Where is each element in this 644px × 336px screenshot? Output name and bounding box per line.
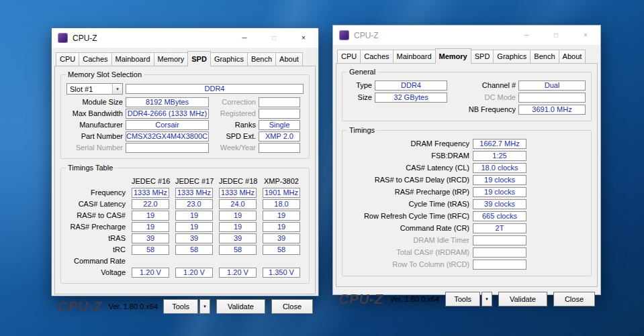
field-label: NB Frequency bbox=[457, 105, 516, 115]
maximize-button: □ bbox=[259, 28, 289, 48]
dram-idle-timer-value bbox=[473, 235, 526, 245]
tab-bench[interactable]: Bench bbox=[247, 52, 276, 66]
field-row: Size 32 GBytes DC Mode bbox=[348, 93, 586, 103]
titlebar[interactable]: CPU-Z ─ □ × bbox=[333, 25, 600, 45]
tools-dropdown-button[interactable]: ▼ bbox=[199, 299, 210, 314]
timings-row: RAS# to CAS# 19 19 19 19 bbox=[66, 211, 304, 221]
tools-split-button: Tools ▼ bbox=[445, 292, 492, 306]
timing-label: CAS# Latency (CL) bbox=[348, 163, 469, 173]
registered-value bbox=[259, 109, 300, 119]
tab-about[interactable]: About bbox=[559, 50, 586, 63]
tab-mainboard[interactable]: Mainboard bbox=[393, 50, 436, 63]
timings-row: Frequency 1333 MHz 1333 MHz 1333 MHz 190… bbox=[66, 188, 304, 198]
timing-row-label: Voltage bbox=[66, 268, 126, 278]
close-window-button[interactable]: × bbox=[289, 28, 318, 48]
timing-label: Row To Column (tRCD) bbox=[348, 260, 469, 270]
cpuz-logo: CPU-Z bbox=[57, 298, 102, 315]
timing-label: Cycle Time (tRAS) bbox=[348, 199, 469, 209]
tab-spd[interactable]: SPD bbox=[471, 50, 494, 63]
trp-value: 19 clocks bbox=[473, 187, 526, 197]
version-text: Ver. 1.80.0.x64 bbox=[109, 302, 158, 311]
timing-row: Command Rate (CR) 2T bbox=[348, 223, 526, 233]
timing-cell: 58 bbox=[132, 245, 169, 255]
field-label: DC Mode bbox=[457, 93, 516, 103]
minimize-button[interactable]: ─ bbox=[512, 25, 541, 45]
validate-button[interactable]: Validate bbox=[498, 292, 547, 306]
type-value: DDR4 bbox=[375, 80, 447, 91]
close-button[interactable]: Close bbox=[553, 292, 595, 306]
timing-label: DRAM Idle Timer bbox=[348, 235, 469, 245]
tab-caches[interactable]: Caches bbox=[360, 50, 393, 63]
timing-row: DRAM Idle Timer bbox=[348, 235, 526, 245]
field-row: Serial Number Week/Year bbox=[66, 143, 304, 153]
week-year-value bbox=[259, 143, 300, 153]
timings-table-group: Timings Table JEDEC #16 JEDEC #17 JEDEC … bbox=[60, 168, 310, 284]
window-controls: ─ □ × bbox=[230, 28, 318, 48]
tab-cpu[interactable]: CPU bbox=[337, 50, 361, 63]
tab-memory[interactable]: Memory bbox=[154, 52, 189, 66]
fsb-dram-value: 1:25 bbox=[473, 151, 526, 161]
memory-tab-pane: General Type DDR4 Channel # Dual Size 32… bbox=[336, 63, 598, 287]
timing-cell: 39 bbox=[219, 233, 257, 243]
timings-row: CAS# Latency 22.0 23.0 24.0 18.0 bbox=[66, 199, 304, 209]
field-label: Ranks bbox=[212, 120, 256, 130]
max-bandwidth-value: DDR4-2666 (1333 MHz) bbox=[126, 109, 209, 119]
group-label: Memory Slot Selection bbox=[66, 70, 144, 78]
timing-row-label: RAS# Precharge bbox=[66, 222, 126, 232]
field-label: Type bbox=[348, 80, 372, 91]
tab-memory[interactable]: Memory bbox=[435, 48, 471, 64]
row-to-column-value bbox=[473, 260, 526, 270]
timing-row: Row To Column (tRCD) bbox=[348, 260, 526, 270]
footer-buttons: Tools ▼ Validate Close bbox=[445, 292, 595, 306]
timing-cell: 58 bbox=[175, 245, 213, 255]
timing-cell: 1.20 V bbox=[175, 268, 213, 278]
field-label: Channel # bbox=[457, 80, 516, 91]
cpuz-logo: CPU-Z bbox=[338, 291, 383, 307]
tools-dropdown-button[interactable]: ▼ bbox=[481, 292, 492, 306]
timing-row: FSB:DRAM 1:25 bbox=[348, 151, 526, 161]
manufacturer-value: Corsair bbox=[126, 120, 209, 130]
nb-frequency-value: 3691.0 MHz bbox=[518, 105, 586, 115]
timing-cell: 23.0 bbox=[175, 199, 213, 209]
chevron-down-icon[interactable]: ▼ bbox=[112, 84, 122, 94]
window-title: CPU-Z bbox=[73, 34, 97, 43]
timings-list: DRAM Frequency 1662.7 MHz FSB:DRAM 1:25 … bbox=[348, 139, 586, 270]
tab-bar: CPU Caches Mainboard Memory SPD Graphics… bbox=[333, 45, 600, 63]
field-label: Module Size bbox=[66, 97, 123, 107]
field-label: SPD Ext. bbox=[212, 131, 256, 142]
timing-col-header: JEDEC #16 bbox=[132, 176, 169, 186]
tab-graphics[interactable]: Graphics bbox=[493, 50, 531, 63]
field-label: Max Bandwidth bbox=[66, 109, 123, 119]
close-button[interactable]: Close bbox=[271, 299, 313, 314]
timings-row: tRAS 39 39 39 39 bbox=[66, 233, 304, 243]
timing-row-label: tRC bbox=[66, 245, 126, 255]
minimize-button[interactable]: ─ bbox=[230, 28, 259, 48]
timings-row: Voltage 1.20 V 1.20 V 1.20 V 1.350 V bbox=[66, 268, 304, 278]
validate-button[interactable]: Validate bbox=[216, 299, 265, 314]
timing-cell: 19 bbox=[132, 222, 169, 232]
window-footer: CPU-Z Ver. 1.80.0.x64 Tools ▼ Validate C… bbox=[52, 294, 318, 319]
module-size-value: 8192 MBytes bbox=[126, 97, 209, 107]
tab-caches[interactable]: Caches bbox=[79, 52, 111, 66]
tab-bench[interactable]: Bench bbox=[530, 50, 559, 63]
window-controls: ─ □ × bbox=[512, 25, 600, 45]
tab-cpu[interactable]: CPU bbox=[56, 52, 79, 66]
tab-mainboard[interactable]: Mainboard bbox=[111, 52, 154, 66]
memory-slot-select[interactable]: Slot #1 ▼ bbox=[66, 83, 123, 95]
tools-button[interactable]: Tools bbox=[445, 292, 480, 306]
slot-type-value: DDR4 bbox=[126, 84, 304, 94]
tab-graphics[interactable]: Graphics bbox=[210, 52, 248, 66]
timing-cell: 1.20 V bbox=[219, 268, 257, 278]
timing-cell: 39 bbox=[263, 233, 300, 243]
timing-cell: 19 bbox=[219, 211, 257, 221]
cpuz-window-spd: CPU-Z ─ □ × CPU Caches Mainboard Memory … bbox=[51, 27, 319, 296]
tab-about[interactable]: About bbox=[275, 52, 303, 66]
titlebar[interactable]: CPU-Z ─ □ × bbox=[52, 28, 318, 48]
timing-row-label: tRAS bbox=[66, 233, 126, 243]
timing-cell: 19 bbox=[263, 222, 300, 232]
close-window-button[interactable]: × bbox=[571, 25, 600, 45]
timing-label: DRAM Frequency bbox=[348, 139, 469, 149]
timing-row: RAS# to CAS# Delay (tRCD) 19 clocks bbox=[348, 175, 526, 185]
tab-spd[interactable]: SPD bbox=[187, 51, 211, 66]
tools-button[interactable]: Tools bbox=[163, 299, 198, 314]
